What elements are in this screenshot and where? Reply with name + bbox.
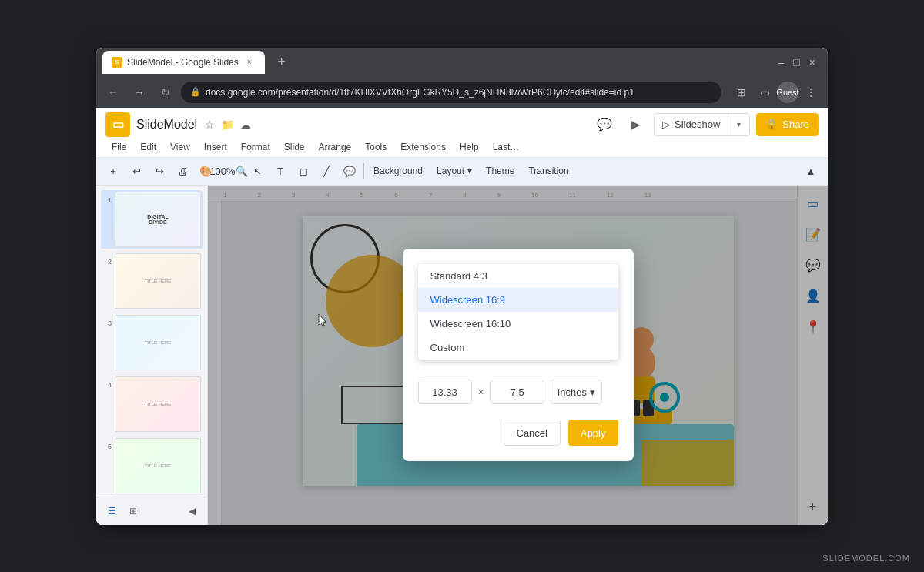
- account-button[interactable]: Guest: [777, 82, 798, 103]
- tab-icon[interactable]: ▭: [754, 82, 775, 103]
- toolbar-separator-2: [363, 163, 364, 179]
- panel-bottom: ☰ ⊞ ◀: [96, 497, 207, 525]
- cancel-button[interactable]: Cancel: [504, 420, 561, 446]
- watermark: SLIDEMODEL.COM: [822, 554, 910, 563]
- cloud-icon[interactable]: ☁: [239, 117, 253, 132]
- app-title: SlideModel: [136, 118, 197, 132]
- slide-num-3: 3: [102, 319, 112, 327]
- slide-preview-4: TITLE HERE: [115, 376, 201, 432]
- back-button[interactable]: ←: [102, 82, 124, 103]
- toolbar-collapse[interactable]: ▲: [800, 160, 822, 182]
- background-button[interactable]: Background: [367, 160, 429, 182]
- text-tool[interactable]: T: [270, 160, 291, 182]
- slide-thumb-4[interactable]: 4 TITLE HERE: [101, 375, 203, 433]
- menu-tools[interactable]: Tools: [359, 139, 393, 156]
- widescreen-1610-option[interactable]: Widescreen 16:10: [418, 312, 618, 336]
- screen-icon[interactable]: ⊞: [731, 82, 752, 103]
- menu-arrange[interactable]: Arrange: [313, 139, 358, 156]
- lock-share-icon: 🔒: [765, 119, 778, 130]
- toolbar: + ↩ ↪ 🖨 🎨 100% 🔍 ↖ T ◻ ╱ 💬 Background La…: [96, 158, 828, 186]
- slide-thumb-3[interactable]: 3 TITLE HERE: [101, 313, 203, 372]
- close-button[interactable]: ×: [809, 57, 815, 68]
- dialog-buttons: Cancel Apply: [418, 420, 618, 446]
- slide-preview-5: TITLE HERE: [115, 438, 201, 493]
- layout-dropdown-icon: ▾: [467, 166, 472, 176]
- grid-view-button[interactable]: ⊞: [124, 502, 142, 520]
- undo-button[interactable]: ↩: [126, 160, 147, 182]
- new-tab-button[interactable]: +: [271, 52, 293, 73]
- slides-panel: 1 DIGITALDIVIDE 2 TITLE HERE 3: [96, 186, 208, 497]
- slide-num-2: 2: [102, 258, 112, 266]
- slideshow-main-button[interactable]: ▷ Slideshow: [654, 114, 728, 135]
- slide-thumb-1[interactable]: 1 DIGITALDIVIDE: [101, 190, 203, 249]
- list-view-button[interactable]: ☰: [102, 502, 121, 520]
- minimize-button[interactable]: –: [778, 57, 785, 68]
- tab-label: SlideModel - Google Slides: [127, 57, 239, 68]
- comment-tool[interactable]: 💬: [339, 160, 360, 182]
- custom-option[interactable]: Custom: [418, 336, 618, 360]
- browser-titlebar: S SlideModel - Google Slides × + – □ ×: [96, 48, 828, 77]
- browser-right-icons: ⊞ ▭ Guest ⋮: [731, 82, 822, 103]
- menu-bar: File Edit View Insert Format Slide Arran…: [105, 139, 819, 157]
- size-dropdown-menu: Standard 4:3 Widescreen 16:9 Widescreen …: [418, 264, 618, 360]
- slides-logo: ▭: [105, 112, 130, 137]
- menu-help[interactable]: Help: [454, 139, 485, 156]
- menu-view[interactable]: View: [164, 139, 196, 156]
- menu-last[interactable]: Last…: [487, 139, 526, 156]
- menu-edit[interactable]: Edit: [134, 139, 162, 156]
- redo-button[interactable]: ↪: [149, 160, 170, 182]
- toolbar-separator-1: [243, 163, 243, 179]
- menu-extensions[interactable]: Extensions: [394, 139, 452, 156]
- theme-label: Theme: [486, 166, 514, 176]
- modal-overlay: Standard 4:3 Widescreen 16:9 Widescreen …: [208, 186, 828, 525]
- browser-tab[interactable]: S SlideModel - Google Slides ×: [102, 51, 265, 74]
- collapse-panel-button[interactable]: ◀: [182, 502, 201, 520]
- menu-file[interactable]: File: [105, 139, 132, 156]
- tab-close-button[interactable]: ×: [243, 56, 256, 69]
- widescreen-169-option[interactable]: Widescreen 16:9: [418, 288, 618, 312]
- menu-icon[interactable]: ⋮: [800, 82, 822, 103]
- line-tool[interactable]: ╱: [316, 160, 337, 182]
- menu-slide[interactable]: Slide: [278, 139, 311, 156]
- forward-button[interactable]: →: [129, 82, 150, 103]
- shape-tool[interactable]: ◻: [293, 160, 314, 182]
- cursor-tool[interactable]: ↖: [246, 160, 268, 182]
- layout-button[interactable]: Layout ▾: [430, 160, 478, 182]
- lock-icon: 🔒: [190, 87, 201, 97]
- comment-icon[interactable]: 💬: [592, 112, 617, 137]
- standard-43-option[interactable]: Standard 4:3: [418, 264, 618, 288]
- app-content: ▭ SlideModel ☆ 📁 ☁ 💬 ▶ ▷ Slideshow ▾: [96, 108, 828, 525]
- transition-button[interactable]: Transition: [522, 160, 574, 182]
- slide-thumb-5[interactable]: 5 TITLE HERE: [101, 437, 203, 495]
- zoom-selector[interactable]: 100% 🔍: [218, 160, 239, 182]
- share-button[interactable]: 🔒 Share: [756, 113, 819, 136]
- menu-format[interactable]: Format: [235, 139, 276, 156]
- height-input[interactable]: [490, 380, 544, 404]
- share-label: Share: [782, 119, 809, 130]
- tab-favicon: S: [112, 57, 122, 68]
- slideshow-button[interactable]: ▷ Slideshow ▾: [654, 113, 750, 136]
- width-input[interactable]: [418, 380, 472, 404]
- dimension-separator: ×: [478, 386, 484, 398]
- address-bar[interactable]: 🔒 docs.google.com/presentation/d/1tt7KHl…: [181, 82, 721, 103]
- maximize-button[interactable]: □: [793, 57, 799, 68]
- slideshow-dropdown-button[interactable]: ▾: [728, 114, 749, 135]
- unit-dropdown-icon: ▾: [590, 386, 595, 398]
- add-button[interactable]: +: [102, 160, 124, 182]
- slide-preview-1: DIGITALDIVIDE: [115, 192, 201, 247]
- browser-window: S SlideModel - Google Slides × + – □ × ←…: [96, 48, 828, 525]
- slides-main: 1 DIGITALDIVIDE 2 TITLE HERE 3: [96, 186, 828, 525]
- menu-insert[interactable]: Insert: [198, 139, 233, 156]
- dimension-inputs: × Inches ▾: [418, 380, 618, 404]
- print-button[interactable]: 🖨: [172, 160, 193, 182]
- folder-icon[interactable]: 📁: [219, 117, 236, 132]
- apply-button[interactable]: Apply: [568, 420, 618, 446]
- unit-selector[interactable]: Inches ▾: [551, 380, 602, 404]
- slide-num-5: 5: [102, 443, 112, 450]
- reload-button[interactable]: ↻: [155, 82, 176, 103]
- star-icon[interactable]: ☆: [203, 117, 216, 132]
- slide-thumb-2[interactable]: 2 TITLE HERE: [101, 252, 203, 310]
- present-dropdown-icon[interactable]: ▶: [623, 112, 648, 137]
- theme-button[interactable]: Theme: [480, 160, 521, 182]
- slide-num-1: 1: [102, 196, 112, 204]
